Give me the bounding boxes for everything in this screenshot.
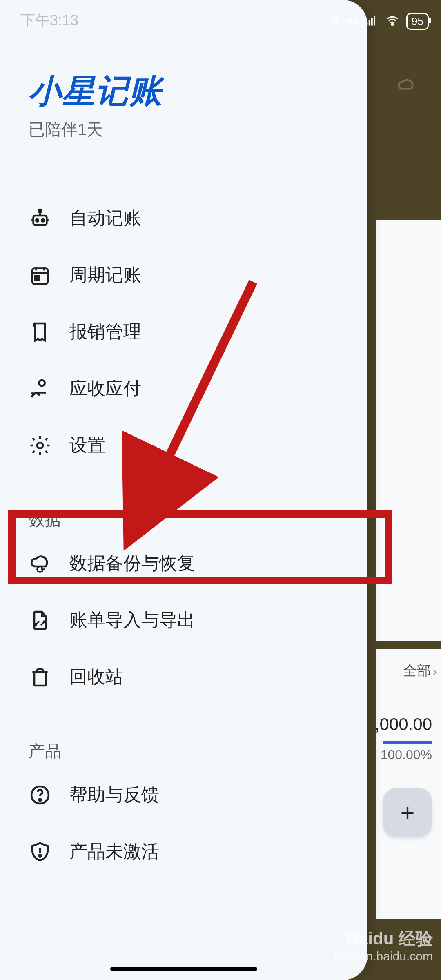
watermark: Baidu 经验 jingyan.baidu.com (334, 929, 433, 964)
chevron-right-icon: › (432, 663, 437, 679)
divider (29, 719, 339, 719)
amount-value: ,000.00 (375, 715, 432, 734)
file-transfer-icon (29, 609, 51, 632)
bluetooth-icon (329, 12, 341, 30)
menu-item-reimburse[interactable]: 报销管理 (29, 303, 339, 360)
menu-item-auto-record[interactable]: 自动记账 (29, 190, 339, 247)
menu-label: 周期记账 (69, 263, 141, 287)
menu-item-activation[interactable]: 产品未激活 (29, 823, 339, 880)
menu-item-backup[interactable]: 数据备份与恢复 (29, 535, 339, 592)
menu-item-periodic[interactable]: 周期记账 (29, 247, 339, 303)
cloud-icon[interactable] (392, 74, 421, 94)
status-bar: 下午3:13 (0, 0, 368, 41)
help-icon (29, 784, 51, 806)
signal-icon (364, 14, 379, 28)
svg-point-23 (392, 24, 393, 25)
wifi-icon (384, 14, 401, 28)
receipt-icon (29, 321, 51, 343)
svg-rect-22 (374, 16, 375, 26)
plus-icon: + (400, 799, 414, 827)
bg-card (376, 649, 441, 919)
section-product-label: 产品 (29, 740, 339, 762)
svg-rect-19 (366, 22, 368, 26)
svg-point-1 (36, 219, 38, 221)
menu-item-settings[interactable]: 设置 (29, 417, 339, 474)
percent-value: 100.00% (381, 747, 432, 762)
svg-point-13 (37, 443, 43, 448)
svg-point-12 (39, 380, 45, 386)
menu-item-import-export[interactable]: 账单导入与导出 (29, 592, 339, 648)
bg-card (376, 220, 441, 641)
hand-coin-icon (29, 377, 51, 400)
add-button[interactable]: + (383, 788, 432, 837)
filter-all[interactable]: 全部 › (403, 662, 437, 680)
robot-icon (29, 207, 51, 230)
svg-rect-20 (369, 20, 370, 26)
menu-label: 数据备份与恢复 (69, 551, 195, 575)
cloud-sync-icon (29, 552, 51, 575)
progress-bar (383, 741, 432, 744)
hd-icon: HD (346, 17, 358, 26)
menu-label: 产品未激活 (69, 840, 159, 864)
menu-label: 回收站 (69, 665, 123, 689)
battery-value: 95 (412, 15, 423, 28)
menu-label: 应收应付 (69, 376, 141, 401)
menu-item-trash[interactable]: 回收站 (29, 648, 339, 705)
filter-all-label: 全部 (403, 662, 431, 680)
battery-indicator: 95 (406, 13, 429, 30)
trash-icon (29, 666, 51, 688)
section-data-label: 数据 (29, 508, 339, 531)
svg-point-4 (39, 209, 42, 212)
nav-drawer: 小星记账 已陪伴1天 自动记账 周期记账 (0, 0, 368, 980)
home-indicator (110, 967, 257, 971)
menu-label: 设置 (69, 433, 105, 457)
svg-rect-11 (35, 276, 39, 280)
menu-item-receivable[interactable]: 应收应付 (29, 360, 339, 417)
app-title: 小星记账 (29, 69, 339, 114)
status-right: HD 95 (329, 12, 429, 30)
gear-icon (29, 434, 51, 457)
watermark-brand: Baidu 经验 (334, 929, 433, 949)
menu-product: 帮助与反馈 产品未激活 (29, 766, 339, 880)
subtitle: 已陪伴1天 (29, 118, 339, 141)
menu-main: 自动记账 周期记账 报销管理 (29, 190, 339, 474)
screen: 全部 › ,000.00 100.00% + 小星记账 已陪伴1天 自动记账 (0, 0, 441, 980)
menu-label: 账单导入与导出 (69, 608, 195, 632)
svg-point-15 (39, 799, 41, 801)
divider (29, 488, 339, 488)
shield-alert-icon (29, 840, 51, 863)
calendar-icon (29, 264, 51, 287)
svg-point-17 (39, 855, 41, 857)
svg-rect-21 (371, 18, 373, 26)
watermark-url: jingyan.baidu.com (334, 949, 433, 964)
menu-label: 报销管理 (69, 320, 141, 344)
menu-label: 帮助与反馈 (69, 783, 159, 807)
menu-data: 数据备份与恢复 账单导入与导出 回收站 (29, 535, 339, 705)
svg-point-2 (42, 219, 44, 221)
status-time: 下午3:13 (20, 11, 78, 31)
menu-label: 自动记账 (69, 206, 141, 230)
menu-item-help[interactable]: 帮助与反馈 (29, 766, 339, 823)
